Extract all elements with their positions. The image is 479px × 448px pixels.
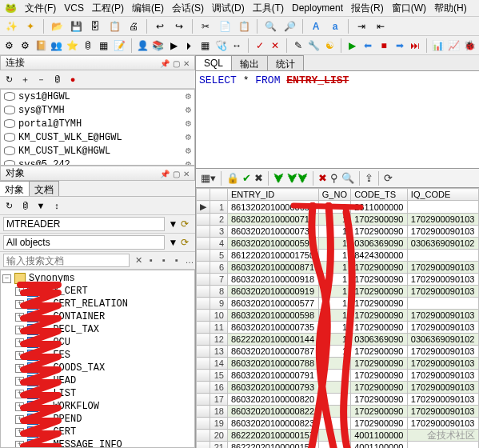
next-icon[interactable]: ➡	[393, 38, 406, 54]
tree-node[interactable]: +__PPEND	[2, 413, 193, 426]
gear2-icon[interactable]: ⚙	[19, 38, 32, 54]
tree-node[interactable]: +__CERT	[2, 426, 193, 438]
paste-icon[interactable]: 📋	[106, 18, 122, 34]
tab-objects[interactable]: 对象	[0, 181, 30, 196]
lock-icon[interactable]: 🔒	[226, 172, 239, 184]
expand-icon[interactable]: +	[15, 377, 24, 386]
grid-row[interactable]: 2860320201000007131170290009017029000901…	[197, 214, 479, 226]
gear-icon[interactable]: ⚙	[3, 38, 16, 54]
close-panel-icon[interactable]: ✕	[183, 59, 190, 68]
lower-icon[interactable]: a	[327, 18, 343, 34]
connection-item[interactable]: portal@TYMH⚙	[1, 117, 194, 130]
tree-node[interactable]: +__Y_CERT	[2, 285, 193, 298]
table-icon[interactable]: ▦	[98, 38, 110, 54]
saveall-icon[interactable]: 🗄	[87, 18, 103, 34]
tree-node[interactable]: +__LIST	[2, 387, 193, 400]
expand-icon[interactable]: +	[15, 287, 24, 296]
tree-node[interactable]: +__HEAD	[2, 374, 193, 387]
obj-refresh-icon[interactable]: ↻	[2, 198, 16, 213]
grid-row[interactable]: 1386032020100000787117029000901702900090…	[197, 346, 479, 358]
menu-item[interactable]: 工程(P)	[92, 2, 124, 15]
menu-item[interactable]: Deployment	[292, 2, 343, 14]
tab-stats[interactable]: 统计	[267, 55, 304, 70]
f1-icon[interactable]: ▪	[146, 255, 157, 266]
connections-list[interactable]: sys1@HGWL⚙sys@TYMH⚙portal@TYMH⚙KM_CUST_W…	[0, 89, 195, 166]
obj-db-icon[interactable]: 🛢	[18, 198, 32, 213]
sql-editor[interactable]: SELECT * FROM ENTRY_LIST	[196, 71, 479, 169]
sync-icon[interactable]: ⟳	[384, 172, 393, 184]
search-input[interactable]	[3, 254, 130, 267]
add-icon[interactable]: ＋	[18, 72, 32, 86]
tree-node[interactable]: +__CONTAINER	[2, 310, 193, 323]
bar-icon[interactable]: 📊	[432, 38, 445, 54]
connection-item[interactable]: sys1@HGWL⚙	[1, 90, 194, 103]
fetch-icon[interactable]: ⮟	[273, 172, 284, 184]
restore-icon[interactable]: ▢	[173, 170, 180, 178]
clear-icon[interactable]: ✕	[133, 255, 144, 266]
expand-icon[interactable]: +	[15, 338, 24, 347]
commit-icon[interactable]: ✔	[242, 172, 251, 184]
tab-documents[interactable]: 文档	[29, 181, 59, 196]
book-icon[interactable]: 📔	[34, 38, 47, 54]
grid-icon[interactable]: ▦	[199, 38, 212, 54]
stop-icon[interactable]: ■	[377, 38, 390, 54]
save-icon[interactable]: 💾	[68, 18, 84, 34]
column-header[interactable]: G_NO	[318, 189, 350, 201]
expand-icon[interactable]: +	[15, 326, 24, 334]
f4-icon[interactable]: …	[184, 255, 195, 266]
expand-icon[interactable]: +	[15, 300, 24, 309]
menu-item[interactable]: 窗口(W)	[392, 2, 426, 15]
exec2-icon[interactable]: ⏵	[183, 38, 196, 54]
prev-icon[interactable]: ⬅	[362, 38, 375, 54]
bug-icon[interactable]: 🐞	[463, 38, 476, 54]
gear-icon[interactable]: ⚙	[186, 131, 191, 143]
undo-icon[interactable]: ↩	[152, 18, 168, 34]
expand-icon[interactable]: +	[15, 390, 24, 398]
grid-row[interactable]: 58612202010000175018424300000	[197, 250, 479, 262]
zoom-icon[interactable]: 🔎	[281, 18, 297, 34]
grid-view-icon[interactable]: ▦▾	[201, 172, 216, 184]
expand-icon[interactable]: +	[15, 415, 24, 424]
column-header[interactable]	[210, 189, 228, 201]
conn-db-icon[interactable]: 🛢	[50, 72, 64, 86]
fetchall-icon[interactable]: ⮟⮟	[287, 172, 308, 184]
f2-icon[interactable]: ▪	[158, 255, 170, 266]
f3-icon[interactable]: ▪	[171, 255, 182, 266]
exec-icon[interactable]: ▶	[168, 38, 181, 54]
scope-filter-input[interactable]	[3, 235, 165, 250]
column-header[interactable]	[197, 189, 210, 201]
redo-icon[interactable]: ↪	[171, 18, 187, 34]
grid-row[interactable]: 1986032020100000823117029000901702900090…	[197, 418, 479, 430]
grid-row[interactable]: 1286222020100000144103063690900306369090…	[197, 334, 479, 346]
connection-item[interactable]: KM_CUST_WLK@HGWL⚙	[1, 144, 194, 158]
conn-red-icon[interactable]: ●	[66, 72, 80, 86]
menu-item[interactable]: 报告(R)	[351, 2, 384, 15]
delete-row-icon[interactable]: ✖	[318, 172, 327, 184]
check-icon[interactable]: ✓	[253, 38, 266, 54]
print-icon[interactable]: 🖨	[126, 18, 142, 34]
paste2-icon[interactable]: 📋	[236, 18, 252, 34]
grid-row[interactable]: 1586032020100000791117029000901702900090…	[197, 370, 479, 382]
gear-icon[interactable]: ⚙	[186, 145, 191, 157]
expand-icon[interactable]: +	[15, 402, 24, 411]
close-icon[interactable]: ✕	[269, 38, 282, 54]
outdent-icon[interactable]: ⇤	[373, 18, 389, 34]
del-icon[interactable]: －	[34, 72, 48, 86]
refresh-icon[interactable]: ↻	[2, 72, 16, 86]
user-filter-input[interactable]	[3, 217, 165, 231]
gear-icon[interactable]: ⚙	[186, 104, 191, 116]
menu-item[interactable]: 工具(T)	[253, 2, 284, 15]
last-icon[interactable]: ⏭	[409, 38, 422, 54]
books-icon[interactable]: 📚	[152, 38, 165, 54]
indent-icon[interactable]: ⇥	[353, 18, 369, 34]
gear-icon[interactable]: ⚙	[186, 158, 191, 166]
cut-icon[interactable]: ✂	[198, 18, 214, 34]
column-header[interactable]: ENTRY_ID	[228, 189, 319, 201]
restore-icon[interactable]: ▢	[173, 59, 180, 68]
grid-row[interactable]: 1786032020100000820117029000901702900090…	[197, 394, 479, 406]
menu-item[interactable]: 编辑(E)	[132, 2, 164, 15]
fav-icon[interactable]: ⭐	[66, 38, 79, 54]
upper-icon[interactable]: A	[308, 18, 324, 34]
tools-icon[interactable]: 🔧	[308, 38, 321, 54]
connection-item[interactable]: sys@TYMH⚙	[1, 103, 194, 117]
